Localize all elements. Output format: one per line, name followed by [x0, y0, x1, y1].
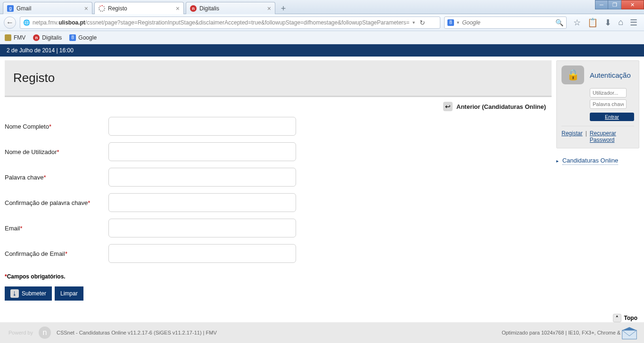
- tab-digitalis[interactable]: n Digitalis ×: [186, 2, 275, 14]
- candidaturas-link-row: ▸ Candidaturas Online: [556, 157, 639, 164]
- downloads-icon[interactable]: ⬇: [604, 17, 611, 28]
- chevron-up-icon: ˄: [613, 314, 621, 322]
- google-icon: g: [7, 5, 14, 12]
- chevron-down-icon[interactable]: ▾: [457, 20, 459, 25]
- label-pass: Palavra chave*: [5, 174, 108, 181]
- dropdown-icon[interactable]: ▾: [413, 20, 415, 25]
- candidaturas-link[interactable]: Candidaturas Online: [562, 157, 619, 165]
- label-email2: Confirmação de Email*: [5, 250, 108, 257]
- powered-by: Powerd by: [8, 330, 33, 335]
- loading-icon: [99, 5, 105, 12]
- datetime-text: 2 de Julho de 2014 | 16:00: [7, 47, 74, 54]
- digitalis-icon: n: [190, 5, 197, 12]
- browser-back-button[interactable]: ←: [4, 16, 16, 29]
- page-topbar: 2 de Julho de 2014 | 16:00: [0, 44, 644, 57]
- registar-link[interactable]: Registar: [561, 130, 583, 143]
- label-user: Nome de Utilizador*: [5, 148, 108, 155]
- svg-marker-0: [622, 330, 637, 339]
- input-email[interactable]: [108, 219, 296, 237]
- footer-text: CSSnet - Candidaturas Online v11.2.17-6 …: [57, 330, 217, 335]
- label-pass2: Confirmação de palavra chave*: [5, 199, 108, 206]
- triangle-icon: ▸: [556, 158, 559, 163]
- home-icon[interactable]: ⌂: [618, 17, 623, 27]
- svg-marker-1: [622, 327, 637, 330]
- bookmark-digitalis[interactable]: nDigitalis: [33, 34, 62, 41]
- clear-button[interactable]: Limpar: [55, 286, 83, 301]
- tab-label: Gmail: [17, 5, 31, 12]
- auth-title: Autenticação: [590, 71, 631, 79]
- auth-pass-input[interactable]: [590, 99, 627, 109]
- google-icon: 8: [69, 34, 76, 41]
- nav-toolbar: ← 🌐 netpa.fmv.ulisboa.pt/cssnet/page?sta…: [0, 14, 644, 31]
- digitalis-icon: n: [33, 34, 40, 41]
- page-header: Registo: [5, 60, 552, 97]
- bookmarks-bar: FMV nDigitalis 8Google: [0, 31, 644, 44]
- reload-icon[interactable]: ↻: [418, 19, 427, 26]
- submit-icon: ⭳: [10, 289, 19, 298]
- url-bar[interactable]: 🌐 netpa.fmv.ulisboa.pt/cssnet/page?stage…: [20, 16, 440, 29]
- back-link[interactable]: Anterior (Candidaturas Online): [456, 103, 546, 110]
- registration-form: Nome Completo* Nome de Utilizador* Palav…: [5, 111, 552, 263]
- toolbar-icons: ☆ 📋 ⬇ ⌂ ☰: [570, 17, 640, 28]
- back-arrow-icon[interactable]: ↩: [443, 102, 453, 111]
- mandatory-note: *Campos obrigatórios.: [5, 273, 552, 280]
- close-window-button[interactable]: ✕: [621, 0, 644, 9]
- globe-icon: 🌐: [23, 19, 30, 26]
- footer-opt: Optimizado para 1024x768 | IE10, FX3+, C…: [502, 330, 636, 335]
- page-title: Registo: [13, 71, 55, 85]
- page-footer: Powerd by n CSSnet - Candidaturas Online…: [0, 322, 644, 343]
- close-icon[interactable]: ×: [84, 5, 88, 12]
- input-pass[interactable]: [108, 168, 296, 187]
- clipboard-icon[interactable]: 📋: [587, 17, 598, 28]
- mail-icon[interactable]: [621, 326, 637, 340]
- url-text: netpa.fmv.ulisboa.pt/cssnet/page?stage=R…: [33, 19, 410, 26]
- bookmark-google[interactable]: 8Google: [69, 34, 97, 41]
- minimize-button[interactable]: ─: [595, 0, 608, 9]
- input-user[interactable]: [108, 142, 296, 161]
- search-input[interactable]: [462, 19, 553, 26]
- auth-user-input[interactable]: [590, 88, 627, 98]
- tab-gmail[interactable]: g Gmail ×: [3, 2, 92, 14]
- auth-box: 🔒 Autenticação Entrar Registar | Recuper…: [556, 60, 639, 148]
- google-icon: 8: [447, 19, 454, 26]
- submit-button[interactable]: ⭳ Submeter: [5, 286, 52, 301]
- fmv-icon: [5, 34, 11, 41]
- search-icon[interactable]: 🔍: [555, 19, 563, 26]
- label-nome: Nome Completo*: [5, 123, 108, 130]
- input-email2[interactable]: [108, 244, 296, 263]
- tab-label: Digitalis: [199, 5, 219, 12]
- bookmark-fmv[interactable]: FMV: [5, 34, 25, 41]
- browser-search-bar[interactable]: 8 ▾ 🔍: [444, 16, 567, 29]
- recuperar-link[interactable]: Recuperar Password: [590, 130, 634, 143]
- close-icon[interactable]: ×: [176, 5, 180, 12]
- new-tab-button[interactable]: +: [277, 3, 289, 14]
- window-controls: ─ ❐ ✕: [595, 0, 644, 9]
- maximize-button[interactable]: ❐: [608, 0, 621, 9]
- tab-strip: g Gmail × Registo × n Digitalis × +: [0, 0, 289, 14]
- entrar-button[interactable]: Entrar: [590, 113, 634, 121]
- menu-icon[interactable]: ☰: [630, 17, 637, 28]
- back-to-top[interactable]: ˄ Topo: [613, 314, 637, 322]
- tab-label: Registo: [108, 5, 127, 12]
- label-email: Email*: [5, 225, 108, 232]
- window-titlebar: g Gmail × Registo × n Digitalis × + ─ ❐ …: [0, 0, 644, 14]
- tab-registo[interactable]: Registo ×: [94, 2, 184, 14]
- close-icon[interactable]: ×: [267, 5, 271, 12]
- input-nome[interactable]: [108, 117, 296, 136]
- input-pass2[interactable]: [108, 193, 296, 212]
- lock-icon: 🔒: [561, 65, 584, 84]
- bookmark-star-icon[interactable]: ☆: [573, 17, 581, 28]
- digitalis-logo-icon: n: [39, 327, 51, 339]
